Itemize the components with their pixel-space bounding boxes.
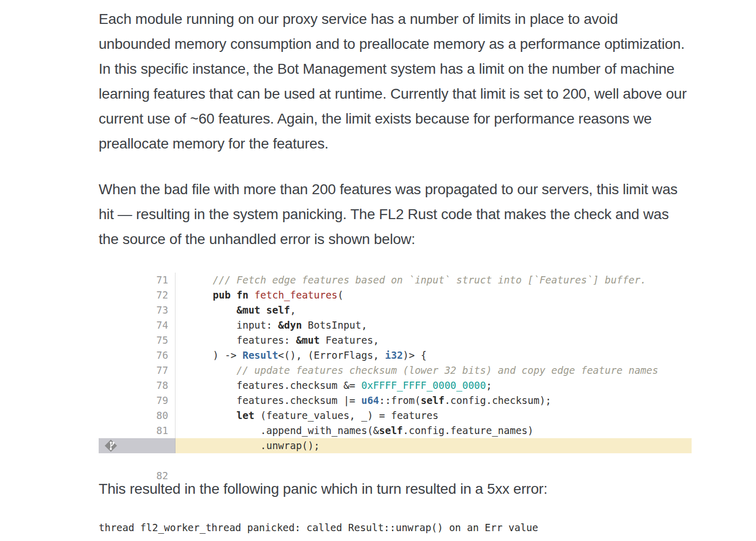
code-token-keyword: &mut (296, 334, 320, 346)
code-line: 82 .unwrap(); (99, 438, 692, 453)
code-content: input: &dyn BotsInput, (176, 318, 692, 333)
code-content: features: &mut Features, (176, 333, 692, 348)
code-token-type: i32 (385, 349, 403, 361)
article-body: Each module running on our proxy service… (99, 0, 692, 534)
code-token-comment: /// Fetch edge features based on `input`… (189, 274, 646, 286)
code-line: 81 .append_with_names(&self.config.featu… (99, 423, 692, 438)
line-number-text: 78 (156, 380, 168, 391)
line-number-text: 73 (156, 304, 168, 316)
line-number-text: 72 (156, 289, 168, 301)
line-number-text: 79 (156, 395, 168, 406)
paragraph-limits-explanation: Each module running on our proxy service… (99, 7, 692, 156)
line-number: 73 (99, 303, 176, 318)
line-number: 81 (99, 423, 176, 438)
line-number: 75 (99, 333, 176, 348)
line-number: 80 (99, 408, 176, 423)
code-content: let (feature_values, _) = features (176, 408, 692, 423)
code-line: 73 &mut self, (99, 303, 692, 318)
code-content: &mut self, (176, 303, 692, 318)
code-line: 76 ) -> Result<(), (ErrorFlags, i32)> { (99, 348, 692, 363)
code-content: pub fn fetch_features( (176, 288, 692, 303)
line-number: 79 (99, 393, 176, 408)
code-token-type: u64 (361, 395, 379, 406)
code-token-plain (189, 289, 213, 301)
line-number-text: 81 (156, 425, 168, 436)
code-token-keyword: self (379, 425, 403, 436)
code-token-plain (189, 304, 237, 316)
line-number: 78 (99, 378, 176, 393)
code-token-plain: features.checksum &= (189, 380, 361, 391)
git-commit-diamond-icon (104, 439, 118, 453)
line-number-text: 82 (156, 470, 168, 481)
code-content: features.checksum |= u64::from(self.conf… (176, 393, 692, 408)
code-token-plain: features.checksum |= (189, 395, 361, 406)
code-token-plain: Features, (320, 334, 379, 346)
line-number: 76 (99, 348, 176, 363)
line-number-text: 76 (156, 349, 168, 361)
line-number-text: 80 (156, 410, 168, 421)
code-token-plain: (feature_values, _) = features (254, 410, 439, 421)
code-token-number: 0xFFFF_FFFF_0000_0000 (361, 380, 486, 391)
code-token-keyword: &dyn (278, 319, 302, 331)
code-content: .unwrap(); (176, 438, 692, 453)
code-token-plain: .config.checksum); (444, 395, 551, 406)
code-token-plain: ; (486, 380, 492, 391)
line-number: 82 (99, 438, 176, 453)
code-content: /// Fetch edge features based on `input`… (176, 273, 692, 288)
code-token-plain: ::from( (379, 395, 421, 406)
code-token-function: fetch_features (254, 289, 338, 301)
code-line: 74 input: &dyn BotsInput, (99, 318, 692, 333)
code-line: 75 features: &mut Features, (99, 333, 692, 348)
code-token-plain (189, 410, 237, 421)
line-number: 77 (99, 363, 176, 378)
code-content: .append_with_names(&self.config.feature_… (176, 423, 692, 438)
code-token-plain: features: (189, 334, 296, 346)
paragraph-panic-intro: This resulted in the following panic whi… (99, 477, 692, 502)
code-token-plain (231, 289, 236, 301)
code-token-keyword: &mut (237, 304, 261, 316)
code-line: 71 /// Fetch edge features based on `inp… (99, 273, 692, 288)
code-line: 80 let (feature_values, _) = features (99, 408, 692, 423)
line-number: 71 (99, 273, 176, 288)
code-token-plain: .unwrap(); (189, 440, 320, 451)
code-token-plain: ) -> (189, 349, 242, 361)
code-token-keyword: let (237, 410, 254, 421)
code-token-plain (248, 289, 254, 301)
code-line: 72 pub fn fetch_features( (99, 288, 692, 303)
line-number-text: 74 (156, 319, 168, 331)
code-token-plain: .config.feature_names) (403, 425, 534, 436)
code-token-plain: ( (338, 289, 343, 301)
code-token-keyword: self (421, 395, 444, 406)
code-token-plain: BotsInput, (302, 319, 367, 331)
code-token-plain: input: (189, 319, 278, 331)
code-line: 77 // update features checksum (lower 32… (99, 363, 692, 378)
code-content: ) -> Result<(), (ErrorFlags, i32)> { (176, 348, 692, 363)
line-number-text: 71 (156, 274, 168, 286)
code-token-plain: , (290, 304, 296, 316)
paragraph-bad-file: When the bad file with more than 200 fea… (99, 177, 692, 252)
code-token-keyword: pub (213, 289, 231, 301)
code-token-type: Result (242, 349, 278, 361)
code-token-keyword: self (266, 304, 290, 316)
code-token-plain: .append_with_names(& (189, 425, 379, 436)
code-token-plain (260, 304, 266, 316)
code-token-comment: // update features checksum (lower 32 bi… (189, 364, 658, 376)
code-content: // update features checksum (lower 32 bi… (176, 363, 692, 378)
line-number-text: 77 (156, 364, 168, 376)
line-number: 74 (99, 318, 176, 333)
code-line: 78 features.checksum &= 0xFFFF_FFFF_0000… (99, 378, 692, 393)
code-block: 71 /// Fetch edge features based on `inp… (99, 273, 692, 453)
panic-output: thread fl2_worker_thread panicked: calle… (99, 521, 692, 534)
code-content: features.checksum &= 0xFFFF_FFFF_0000_00… (176, 378, 692, 393)
line-number: 72 (99, 288, 176, 303)
code-line: 79 features.checksum |= u64::from(self.c… (99, 393, 692, 408)
code-token-plain: <(), (ErrorFlags, (278, 349, 385, 361)
line-number-text: 75 (156, 334, 168, 346)
code-token-plain: )> { (403, 349, 427, 361)
code-token-keyword: fn (237, 289, 249, 301)
